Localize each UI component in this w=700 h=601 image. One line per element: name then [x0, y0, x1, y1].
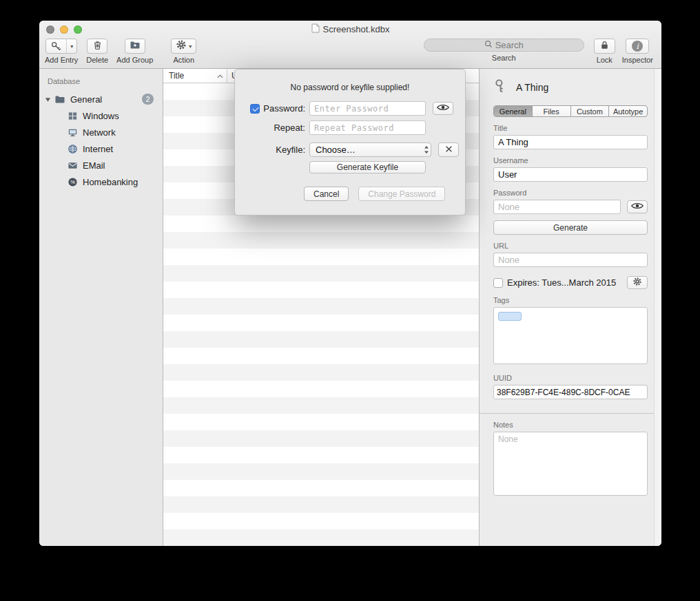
change-password-button[interactable]: Change Password	[358, 187, 445, 201]
toolbar-add-group: Add Group	[116, 39, 153, 64]
title-field-label: Title	[493, 124, 648, 132]
keyfile-popup-button[interactable]: Choose…	[309, 143, 431, 157]
folder-plus-icon	[130, 39, 141, 53]
close-x-icon	[445, 145, 453, 155]
windows-icon	[67, 110, 78, 121]
expires-checkbox[interactable]	[493, 278, 503, 288]
inspector-panel: A Thing General Files Custom Autotype Ti…	[479, 69, 661, 546]
search-placeholder: Search	[495, 40, 524, 50]
toolbar-delete: Delete	[86, 39, 108, 64]
sidebar-section-database: Database	[39, 74, 163, 91]
key-plus-icon	[46, 39, 66, 53]
sidebar-item-homebanking[interactable]: % Homebanking	[39, 173, 163, 190]
tab-autotype[interactable]: Autotype	[609, 106, 647, 116]
disclosure-triangle-icon[interactable]	[45, 96, 52, 103]
svg-text:%: %	[70, 179, 75, 185]
notes-label: Notes	[493, 421, 648, 429]
sidebar-item-windows[interactable]: Windows	[39, 107, 163, 124]
username-field-label: Username	[493, 156, 648, 165]
notes-placeholder: None	[498, 434, 518, 444]
eye-icon	[631, 202, 644, 212]
action-button[interactable]: ▾	[171, 39, 196, 54]
sidebar-item-label: Windows	[83, 111, 119, 121]
chevron-down-icon: ▾	[189, 43, 192, 50]
dialog-keyfile-row: Keyfile: Choose…	[250, 143, 459, 157]
sidebar-item-label: Internet	[83, 144, 113, 154]
search-icon	[484, 40, 493, 50]
column-header-title[interactable]: Title	[163, 69, 227, 83]
search-input[interactable]: Search	[424, 39, 584, 52]
tags-label: Tags	[493, 296, 648, 304]
lock-button[interactable]	[594, 39, 615, 54]
titlebar: Screenshot.kdbx	[39, 21, 661, 37]
chevron-down-icon[interactable]: ▾	[66, 39, 76, 53]
percent-icon: %	[67, 176, 78, 187]
toolbar-add-entry: ▾ Add Entry	[45, 39, 78, 64]
add-entry-button[interactable]: ▾	[45, 39, 77, 54]
password-input[interactable]	[309, 101, 426, 116]
sidebar-item-network[interactable]: Network	[39, 124, 163, 140]
generate-keyfile-button[interactable]: Generate Keyfile	[309, 161, 426, 173]
sidebar-item-label: General	[70, 94, 102, 105]
dialog-message: No password or keyfile supplied!	[235, 83, 465, 92]
notes-field[interactable]: None	[493, 432, 648, 496]
tag-pill[interactable]	[498, 312, 522, 321]
tab-files[interactable]: Files	[533, 106, 571, 116]
tab-general[interactable]: General	[494, 106, 533, 116]
window-chrome: Screenshot.kdbx ▾ Add Entry	[39, 21, 661, 69]
generate-password-button[interactable]: Generate	[493, 220, 648, 235]
password-field-label: Password	[493, 189, 648, 197]
uuid-field[interactable]	[493, 385, 648, 399]
document-icon	[311, 23, 320, 35]
trash-icon	[92, 40, 103, 53]
sidebar-item-internet[interactable]: Internet	[39, 140, 163, 157]
tab-custom[interactable]: Custom	[571, 106, 610, 116]
url-field[interactable]	[493, 253, 648, 267]
clear-keyfile-button[interactable]	[438, 143, 459, 157]
add-group-button[interactable]	[125, 39, 145, 54]
gear-icon	[632, 277, 642, 288]
lock-label: Lock	[597, 56, 612, 64]
entry-title: A Thing	[516, 82, 548, 93]
sort-ascending-icon	[217, 71, 223, 81]
sidebar-item-label: Homebanking	[83, 177, 138, 187]
entry-header: A Thing	[493, 78, 648, 96]
monitor-icon	[67, 127, 78, 138]
app-window: Screenshot.kdbx ▾ Add Entry	[39, 21, 661, 546]
sidebar-item-email[interactable]: EMail	[39, 157, 163, 173]
cancel-button[interactable]: Cancel	[304, 187, 349, 201]
sidebar-item-label: Network	[83, 127, 116, 138]
uuid-label: UUID	[493, 374, 648, 382]
sidebar-item-label: EMail	[83, 160, 105, 171]
count-badge: 2	[142, 94, 154, 105]
eye-icon	[437, 103, 449, 114]
info-icon: i	[632, 41, 643, 52]
dialog-repeat-row: Repeat:	[250, 120, 426, 135]
reveal-password-button[interactable]	[433, 102, 453, 115]
repeat-password-input[interactable]	[309, 120, 426, 135]
keyfile-label: Keyfile:	[276, 145, 305, 155]
tags-box[interactable]	[493, 307, 648, 364]
envelope-icon	[67, 160, 78, 171]
column-title-label: Title	[169, 71, 184, 81]
toolbar-inspector: i Inspector	[622, 39, 653, 64]
reveal-password-button[interactable]	[627, 200, 648, 213]
add-entry-label: Add Entry	[45, 56, 78, 64]
title-field[interactable]	[493, 135, 648, 149]
password-checkbox[interactable]	[250, 104, 260, 114]
key-icon	[493, 78, 510, 96]
sidebar-item-general[interactable]: General 2	[39, 91, 163, 107]
dialog-password-row: Password:	[250, 101, 453, 116]
search-label: Search	[492, 54, 516, 62]
add-group-label: Add Group	[116, 56, 153, 64]
dialog-actions: Cancel Change Password	[304, 187, 445, 201]
delete-button[interactable]	[87, 39, 107, 54]
globe-icon	[67, 143, 78, 154]
username-field[interactable]	[493, 167, 648, 182]
inspector-scrollbar[interactable]	[654, 69, 661, 546]
password-field[interactable]	[493, 200, 621, 214]
password-label: Password:	[263, 103, 305, 114]
inspector-button[interactable]: i	[626, 39, 649, 54]
expires-settings-button[interactable]	[627, 276, 648, 289]
password-row	[493, 200, 648, 214]
